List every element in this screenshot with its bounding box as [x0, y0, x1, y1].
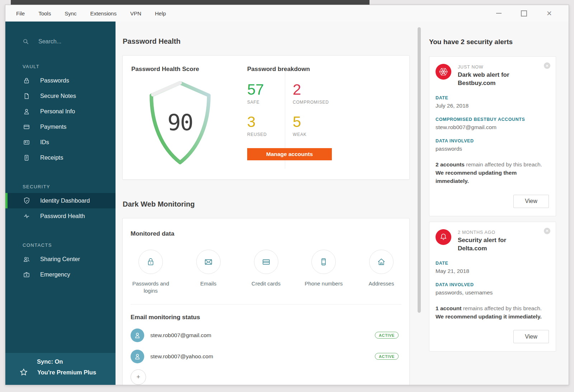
stat-safe: 57 SAFE	[247, 82, 293, 105]
data-involved-label: DATA INVOLVED	[436, 138, 550, 143]
sidebar-item-personal-info[interactable]: Personal Info	[5, 104, 116, 119]
menu-tools[interactable]: Tools	[38, 10, 51, 16]
email-row: stew.rob007@gmail.com ACTIVE	[131, 329, 401, 342]
section-label-vault: VAULT	[5, 64, 116, 69]
health-score-shield: 90	[142, 78, 218, 168]
alert-head-text: JUST NOW Dark web alert forBestbuy.com	[458, 64, 509, 88]
dismiss-icon[interactable]: ✕	[544, 228, 550, 234]
vertical-scrollbar[interactable]	[418, 27, 421, 313]
email-row: stew.rob007@yahoo.com ACTIVE	[131, 350, 401, 363]
section-label-contacts: CONTACTS	[5, 242, 116, 248]
alert-time: JUST NOW	[458, 65, 509, 70]
avatar	[131, 350, 144, 363]
menu-vpn[interactable]: VPN	[130, 10, 141, 16]
app-window: File Tools Sync Extensions VPN Help ✕	[5, 5, 569, 385]
minimize-icon[interactable]	[496, 13, 502, 14]
app-body: VAULT Passwords Secure Notes Personal In…	[5, 22, 569, 385]
search-input[interactable]	[38, 38, 97, 45]
data-involved-value: passwords, usernames	[436, 289, 550, 296]
sidebar-item-password-health[interactable]: Password Health	[5, 208, 116, 224]
sidebar-item-label: Personal Info	[40, 108, 75, 115]
sidebar-item-label: Payments	[40, 123, 66, 130]
monitored-data-row: Passwords and logins Emails	[131, 250, 401, 295]
manage-accounts-button[interactable]: Manage accounts	[247, 148, 332, 160]
stat-value: 3	[247, 114, 293, 129]
password-health-card: Password Health Score	[122, 55, 410, 180]
lock-monitor-icon	[138, 250, 163, 274]
breakdown-title: Password breakdown	[247, 66, 332, 73]
health-score-title: Password Health Score	[131, 66, 218, 73]
date-label: DATE	[436, 95, 550, 100]
note-icon	[23, 92, 30, 100]
sidebar-item-label: Secure Notes	[40, 93, 76, 99]
stat-compromised: 2 COMPROMISED	[293, 82, 332, 105]
plan-row: You're Premium Plus	[19, 368, 116, 377]
avatar	[131, 329, 144, 342]
view-button[interactable]: View	[513, 195, 549, 208]
alert-title: Security alert forDelta.com	[458, 236, 506, 253]
date-value: May 21, 2018	[436, 268, 550, 274]
plan-label: You're Premium Plus	[37, 369, 96, 376]
stat-label: REUSED	[247, 132, 293, 137]
close-icon[interactable]: ✕	[546, 10, 552, 17]
monitored-phone-numbers: Phone numbers	[304, 250, 344, 295]
app-screen: File Tools Sync Extensions VPN Help ✕	[0, 0, 574, 392]
sidebar-item-label: Passwords	[40, 77, 69, 84]
password-breakdown-section: Password breakdown 57 SAFE 2 COMPROMISED	[247, 66, 332, 160]
sidebar-item-label: IDs	[40, 139, 49, 146]
house-icon	[369, 250, 394, 274]
monitored-label: Emails	[200, 280, 216, 287]
sidebar-item-label: Password Health	[40, 213, 85, 219]
star-icon	[19, 368, 28, 377]
stat-label: WEAK	[293, 132, 332, 137]
stat-label: SAFE	[247, 100, 293, 105]
sidebar-item-receipts[interactable]: Receipts	[5, 150, 116, 165]
credit-card-icon	[23, 123, 30, 131]
health-score-value: 90	[142, 109, 218, 136]
sidebar-item-ids[interactable]: IDs	[5, 134, 116, 150]
sidebar-item-emergency[interactable]: Emergency	[5, 267, 116, 282]
compromised-accounts-value: stew.rob007@gmail.com	[436, 124, 550, 131]
sync-status: Sync: On	[37, 358, 116, 365]
sidebar-item-label: Sharing Center	[40, 256, 80, 263]
card-divider	[131, 304, 401, 304]
window-controls: ✕	[496, 10, 569, 17]
status-badge: ACTIVE	[375, 332, 399, 339]
date-value: July 26, 2018	[436, 103, 550, 109]
menu-sync[interactable]: Sync	[65, 10, 76, 16]
alert-card-delta: 2 MONTHS AGO Security alert forDelta.com…	[429, 222, 556, 351]
menu-file[interactable]: File	[16, 10, 25, 16]
date-label: DATE	[436, 261, 550, 266]
background-artifact	[11, 0, 370, 5]
menu-help[interactable]: Help	[155, 10, 166, 16]
sidebar-item-identity-dashboard[interactable]: Identity Dashboard	[5, 193, 116, 208]
person-icon	[23, 108, 30, 115]
maximize-icon[interactable]	[521, 10, 527, 16]
add-email-button[interactable]: +	[131, 369, 146, 385]
sidebar-item-label: Identity Dashboard	[40, 197, 90, 204]
sidebar-item-payments[interactable]: Payments	[5, 119, 116, 134]
envelope-icon	[196, 250, 221, 274]
monitored-emails: Emails	[188, 250, 229, 295]
main-pane: Password Health Password Health Score	[116, 22, 418, 385]
breakdown-stats: 57 SAFE 2 COMPROMISED 3 REUSED	[247, 82, 332, 137]
email-address: stew.rob007@gmail.com	[150, 332, 211, 339]
alert-card-bestbuy: JUST NOW Dark web alert forBestbuy.com ✕…	[429, 56, 556, 216]
alert-title: Dark web alert forBestbuy.com	[458, 71, 509, 88]
page-title: Password Health	[123, 37, 410, 46]
view-button[interactable]: View	[513, 330, 549, 343]
sidebar-item-passwords[interactable]: Passwords	[5, 73, 116, 88]
alert-head: JUST NOW Dark web alert forBestbuy.com	[436, 64, 550, 88]
sidebar-item-label: Receipts	[40, 154, 63, 161]
sidebar-item-sharing-center[interactable]: Sharing Center	[5, 251, 116, 267]
sidebar-item-secure-notes[interactable]: Secure Notes	[5, 88, 116, 104]
shield-icon	[23, 197, 30, 205]
sidebar-item-label: Emergency	[40, 271, 70, 278]
monitored-label: Addresses	[369, 280, 394, 287]
email-monitoring-title: Email monitoring status	[131, 314, 401, 321]
stat-value: 57	[247, 82, 293, 97]
menu-extensions[interactable]: Extensions	[90, 10, 117, 16]
dismiss-icon[interactable]: ✕	[544, 62, 550, 69]
status-badge: ACTIVE	[375, 353, 399, 360]
monitored-data-title: Monitored data	[131, 230, 401, 237]
